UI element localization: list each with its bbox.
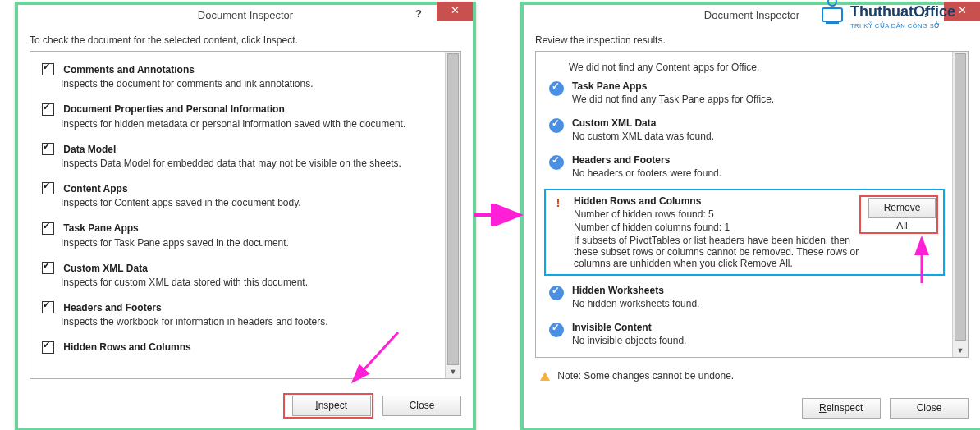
option-label: Data Model [63, 143, 116, 154]
warning-note: Note: Some changes cannot be undone. [535, 364, 969, 387]
option-desc: Inspects for hidden metadata or personal… [61, 118, 437, 130]
close-button[interactable]: Close [382, 396, 461, 416]
document-inspector-results-dialog: Document Inspector ? ✕ Review the inspec… [520, 2, 980, 430]
warning-icon: ! [551, 196, 566, 211]
inspect-button[interactable]: Inspect [292, 396, 371, 416]
titlebar: Document Inspector ? ✕ [18, 5, 473, 28]
option-label: Task Pane Apps [63, 222, 138, 234]
result-note: If subsets of PivotTables or list header… [574, 235, 859, 269]
option-taskpane[interactable]: Task Pane Apps Inspects for Task Pane ap… [39, 217, 441, 256]
option-desc: Inspects Data Model for embedded data th… [61, 158, 437, 169]
option-desc: Inspects the workbook for information in… [61, 316, 437, 327]
check-ok-icon [549, 286, 564, 300]
result-hiddenrows-highlighted: ! Hidden Rows and Columns Number of hidd… [544, 189, 945, 276]
checkbox-icon[interactable] [42, 63, 54, 75]
svg-point-4 [828, 0, 836, 6]
result-line1: Number of hidden rows found: 5 [574, 208, 859, 220]
intro-text: To check the document for the selected c… [18, 28, 473, 51]
result-cutoff-top: We did not find any Content apps for Off… [544, 55, 948, 76]
result-hiddenworksheets: Hidden Worksheets No hidden worksheets f… [544, 281, 948, 318]
check-ok-icon [549, 322, 564, 337]
result-desc: No hidden worksheets found. [572, 298, 943, 309]
annotation-arrow-icon [471, 204, 524, 226]
result-title: Hidden Rows and Columns [574, 195, 859, 207]
annotation-arrow-icon [328, 328, 402, 394]
result-title: Hidden Worksheets [572, 285, 943, 296]
option-desc: Inspects the document for comments and i… [61, 78, 437, 89]
remove-all-button[interactable]: Remove All [868, 198, 936, 218]
highlight-inspect: Inspect [283, 393, 373, 419]
checkbox-icon[interactable] [42, 103, 54, 116]
checkbox-icon[interactable] [42, 341, 54, 354]
scroll-thumb[interactable] [447, 53, 459, 365]
option-desc: Inspects for Content apps saved in the d… [61, 197, 437, 208]
result-title: Invisible Content [572, 322, 943, 333]
option-contentapps[interactable]: Content Apps Inspects for Content apps s… [39, 177, 441, 217]
highlight-removeall: Remove All [859, 195, 938, 234]
option-label: Custom XML Data [63, 262, 147, 273]
checkbox-icon[interactable] [42, 301, 54, 313]
warning-note-text: Note: Some changes cannot be undone. [557, 370, 734, 382]
result-desc: No custom XML data was found. [572, 130, 943, 142]
document-inspector-check-dialog: Document Inspector ? ✕ To check the docu… [15, 2, 476, 430]
checkbox-icon[interactable] [42, 143, 54, 155]
option-label: Hidden Rows and Columns [63, 341, 190, 353]
watermark-logo: ThuthuatOffice TRI KỶ CỦA DÂN CÔNG SỞ [817, 0, 980, 40]
option-label: Document Properties and Personal Informa… [63, 103, 284, 115]
result-desc: We did not find any Task Pane apps for O… [572, 94, 943, 105]
option-datamodel[interactable]: Data Model Inspects Data Model for embed… [39, 138, 441, 177]
reinspect-button[interactable]: Reinspect [802, 398, 881, 419]
svg-line-0 [353, 332, 398, 382]
option-label: Content Apps [63, 183, 127, 194]
svg-rect-3 [822, 8, 842, 21]
logo-brand: ThuthuatOffice [850, 3, 955, 20]
scrollbar[interactable]: ▲ ▼ [445, 52, 460, 378]
option-comments[interactable]: Comments and Annotations Inspects the do… [39, 58, 441, 98]
scroll-thumb[interactable] [955, 53, 966, 341]
scroll-down-icon[interactable]: ▼ [446, 365, 460, 378]
check-ok-icon [549, 155, 564, 170]
option-label: Headers and Footers [63, 302, 161, 313]
scroll-down-icon[interactable]: ▼ [953, 344, 968, 357]
option-desc: Inspects for Task Pane apps saved in the… [61, 237, 437, 249]
option-label: Comments and Annotations [63, 64, 195, 75]
warning-triangle-icon [540, 372, 550, 381]
scrollbar[interactable]: ▲ ▼ [952, 52, 968, 357]
result-invisible: Invisible Content No invisible objects f… [544, 318, 948, 355]
result-title: Task Pane Apps [572, 80, 943, 92]
option-desc: Inspects for custom XML data stored with… [61, 277, 437, 288]
result-title: Custom XML Data [572, 117, 943, 129]
help-button[interactable]: ? [404, 5, 433, 25]
result-taskpane: Task Pane Apps We did not find any Task … [544, 76, 948, 113]
check-ok-icon [549, 118, 564, 133]
checkbox-icon[interactable] [42, 222, 54, 235]
check-ok-icon [549, 81, 564, 96]
result-desc: No headers or footers were found. [572, 167, 943, 179]
option-docprops[interactable]: Document Properties and Personal Informa… [39, 98, 441, 137]
result-line2: Number of hidden columns found: 1 [574, 222, 859, 233]
close-button[interactable]: ✕ [437, 2, 473, 21]
option-customxml[interactable]: Custom XML Data Inspects for custom XML … [39, 257, 441, 296]
close-button[interactable]: Close [890, 398, 969, 419]
annotation-arrow-icon [901, 230, 942, 287]
result-desc: No invisible objects found. [572, 335, 943, 346]
dialog-footer: Reinspect Close [535, 386, 969, 419]
logo-tagline: TRI KỶ CỦA DÂN CÔNG SỞ [850, 21, 941, 30]
checkbox-icon[interactable] [42, 182, 54, 194]
results-list: We did not find any Content apps for Off… [535, 51, 969, 358]
checkbox-icon[interactable] [42, 262, 54, 274]
result-customxml: Custom XML Data No custom XML data was f… [544, 113, 948, 150]
result-headersfooters: Headers and Footers No headers or footer… [544, 150, 948, 187]
result-title: Headers and Footers [572, 154, 943, 166]
